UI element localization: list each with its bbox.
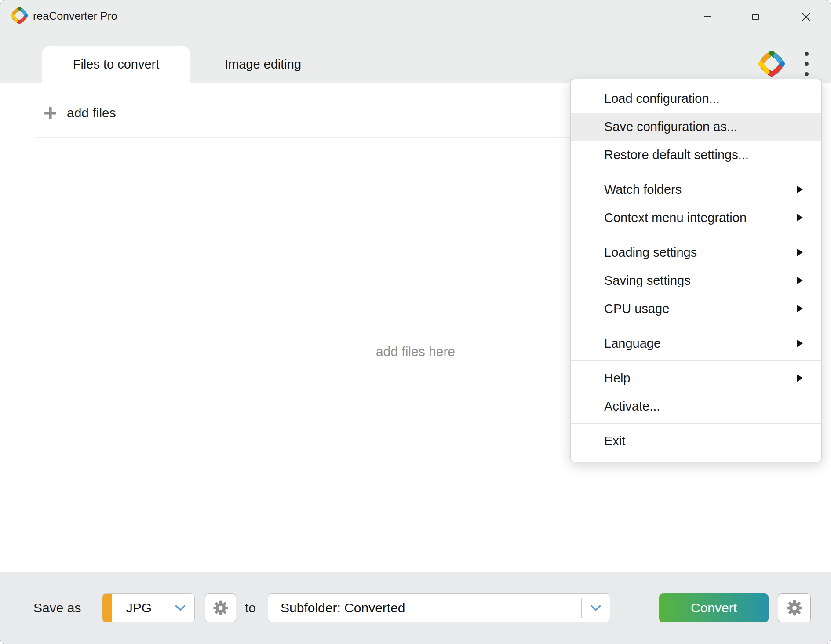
submenu-arrow-icon <box>797 374 803 382</box>
menu-item-saving-settings[interactable]: Saving settings <box>571 266 821 295</box>
menu-item-label: Save configuration as... <box>604 120 806 134</box>
submenu-arrow-icon <box>797 214 803 222</box>
add-files-label: add files <box>67 106 116 120</box>
menu-item-save-configuration-as[interactable]: Save configuration as... <box>571 113 821 141</box>
output-format-value: JPG <box>112 600 166 615</box>
tab-image-editing[interactable]: Image editing <box>190 46 335 83</box>
submenu-arrow-icon <box>797 248 803 256</box>
kebab-dot <box>805 62 809 66</box>
menu-item-label: Exit <box>604 434 806 448</box>
submenu-arrow-icon <box>797 186 803 193</box>
gear-icon <box>786 600 803 616</box>
tab-label: Image editing <box>225 57 301 72</box>
tab-label: Files to convert <box>73 57 160 72</box>
menu-item-label: Saving settings <box>604 273 797 288</box>
close-button[interactable] <box>795 6 817 28</box>
menu-item-exit[interactable]: Exit <box>571 427 821 455</box>
menu-item-label: Load configuration... <box>604 91 806 106</box>
menu-item-label: Help <box>604 371 797 386</box>
conversion-bar: Save as JPG to Subfolder: Converted <box>0 572 831 644</box>
destination-select[interactable]: Subfolder: Converted <box>268 593 610 622</box>
maximize-icon <box>752 14 759 20</box>
window-title: reaConverter Pro <box>33 0 117 31</box>
format-color-stripe <box>102 594 112 622</box>
plus-icon <box>44 106 57 120</box>
menu-item-label: Restore default settings... <box>604 148 806 162</box>
app-window: reaConverter Pro Files to convert Image … <box>0 0 831 644</box>
menu-item-context-menu-integration[interactable]: Context menu integration <box>571 204 821 232</box>
app-logo-icon <box>10 6 29 25</box>
menu-item-label: Loading settings <box>604 245 797 260</box>
convert-settings-button[interactable] <box>778 593 811 622</box>
menu-item-restore-default-settings[interactable]: Restore default settings... <box>571 141 821 169</box>
format-settings-button[interactable] <box>205 593 236 622</box>
submenu-arrow-icon <box>797 277 803 284</box>
menu-item-cpu-usage[interactable]: CPU usage <box>571 295 821 323</box>
menu-item-load-configuration[interactable]: Load configuration... <box>571 84 821 113</box>
format-caret-zone[interactable] <box>166 605 194 611</box>
maximize-button[interactable] <box>744 6 766 28</box>
minimize-button[interactable] <box>696 6 718 28</box>
convert-button[interactable]: Convert <box>659 593 769 622</box>
menu-item-label: Activate... <box>604 399 806 414</box>
chevron-down-icon <box>590 605 601 611</box>
menu-item-loading-settings[interactable]: Loading settings <box>571 238 821 266</box>
to-label: to <box>245 572 256 644</box>
save-as-label: Save as <box>33 572 81 644</box>
menu-item-language[interactable]: Language <box>571 329 821 357</box>
tab-files-to-convert[interactable]: Files to convert <box>42 46 190 83</box>
menu-separator <box>571 360 821 361</box>
menu-separator <box>571 235 821 235</box>
convert-label: Convert <box>691 600 737 615</box>
menu-item-label: Language <box>604 336 797 351</box>
menu-item-help[interactable]: Help <box>571 364 821 392</box>
output-format-select[interactable]: JPG <box>102 593 195 622</box>
main-menu-button[interactable] <box>796 48 816 80</box>
add-files-button[interactable]: add files <box>44 106 116 120</box>
menu-separator <box>571 172 821 172</box>
minimize-icon <box>704 16 711 17</box>
kebab-dot <box>805 52 809 56</box>
menu-item-label: Context menu integration <box>604 211 797 225</box>
chevron-down-icon <box>175 605 186 611</box>
submenu-arrow-icon <box>797 305 803 313</box>
menu-item-watch-folders[interactable]: Watch folders <box>571 175 821 204</box>
menu-item-label: Watch folders <box>604 182 797 197</box>
kebab-dot <box>805 72 809 76</box>
menu-item-activate[interactable]: Activate... <box>571 392 821 420</box>
reaconverter-logo-icon <box>758 50 786 78</box>
destination-caret-zone[interactable] <box>582 605 610 611</box>
menu-item-label: CPU usage <box>604 302 797 316</box>
submenu-arrow-icon <box>797 339 803 347</box>
menu-separator <box>571 326 821 326</box>
close-icon <box>802 13 810 21</box>
destination-value: Subfolder: Converted <box>268 600 581 615</box>
gear-icon <box>213 600 229 616</box>
menu-separator <box>571 423 821 424</box>
title-bar: reaConverter Pro <box>0 0 831 31</box>
main-menu-popup: Load configuration...Save configuration … <box>570 79 822 462</box>
